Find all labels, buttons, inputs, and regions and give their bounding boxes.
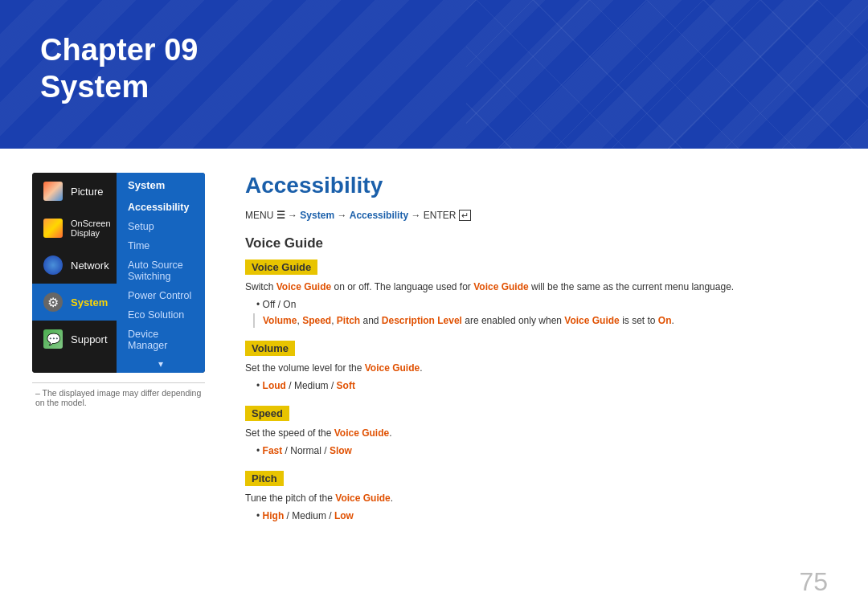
speed-badge: Speed (245, 406, 289, 421)
support-icon: 💬 (42, 328, 64, 350)
picture-icon (42, 180, 64, 202)
osd-icon (42, 217, 64, 239)
vg-note-on: On (658, 315, 672, 326)
vol-sep2: / (331, 380, 337, 391)
pitch-desc: Tune the pitch of the Voice Guide. (245, 491, 836, 505)
vg-note-pitch: Pitch (337, 315, 360, 326)
spd-slow: Slow (330, 445, 352, 456)
chapter-label: Chapter 09 (40, 32, 198, 69)
header-text: Chapter 09 System (40, 32, 198, 105)
pitch-options: High / Medium / Low (256, 509, 836, 523)
menu-path-system: System (300, 210, 334, 221)
submenu-item-time[interactable]: Time (117, 236, 205, 255)
system-icon: ⚙ (42, 291, 64, 313)
voice-guide-label: Voice Guide (245, 260, 836, 280)
submenu-item-accessibility[interactable]: Accessibility (117, 198, 205, 217)
sidebar-item-picture-label: Picture (71, 186, 103, 198)
volume-label: Volume (245, 341, 836, 361)
vol-medium: Medium (294, 380, 329, 391)
submenu-header: System (117, 173, 205, 198)
sidebar: Picture OnScreen Display Network (32, 173, 205, 536)
sidebar-left-col: Picture OnScreen Display Network (32, 173, 117, 373)
section-speed: Speed Set the speed of the Voice Guide. … (245, 406, 836, 458)
ptch-medium: Medium (292, 510, 326, 521)
sidebar-item-osd-label: OnScreen Display (71, 219, 111, 238)
footnote-area: – The displayed image may differ dependi… (32, 382, 205, 407)
speed-desc: Set the speed of the Voice Guide. (245, 426, 836, 440)
spd-normal: Normal (290, 445, 321, 456)
sidebar-item-picture[interactable]: Picture (32, 173, 117, 210)
vol-loud: Loud (263, 380, 286, 391)
pitch-badge: Pitch (245, 471, 284, 486)
submenu-item-autosource[interactable]: Auto Source Switching (117, 255, 205, 286)
spd-sep2: / (324, 445, 330, 456)
vg-note-volume: Volume (263, 315, 297, 326)
vg-note-desc: Description Level (382, 315, 462, 326)
menu-path-prefix: MENU (245, 210, 276, 221)
spd-vg-ref: Voice Guide (334, 427, 389, 439)
section-main-heading: Voice Guide (245, 235, 836, 251)
sidebar-item-system-label: System (71, 296, 108, 309)
vol-soft: Soft (337, 380, 355, 391)
section-volume: Volume Set the volume level for the Voic… (245, 341, 836, 393)
menu-path: MENU ☰ → System → Accessibility → ENTER … (245, 210, 836, 221)
menu-arrow2: → (337, 210, 349, 221)
sidebar-item-system[interactable]: ⚙ System (32, 284, 117, 321)
sidebar-item-network[interactable]: Network (32, 247, 117, 284)
sidebar-inner: Picture OnScreen Display Network (32, 173, 205, 373)
vol-sep1: / (289, 380, 294, 391)
ptch-sep2: / (329, 510, 334, 521)
section-voice-guide: Voice Guide Switch Voice Guide on or off… (245, 260, 836, 328)
volume-desc: Set the volume level for the Voice Guide… (245, 361, 836, 375)
vg-note: Volume, Speed, Pitch and Description Lev… (253, 313, 836, 328)
submenu-panel: System Accessibility Setup Time Auto Sou… (117, 173, 205, 373)
menu-arrow3: → ENTER (411, 210, 458, 221)
vg-note-speed: Speed (302, 315, 331, 326)
speed-options: Fast / Normal / Slow (256, 443, 836, 458)
vg-ref1: Voice Guide (276, 281, 331, 292)
network-icon (42, 254, 64, 276)
menu-path-accessibility: Accessibility (350, 210, 408, 221)
sidebar-item-network-label: Network (71, 260, 109, 272)
section-pitch: Pitch Tune the pitch of the Voice Guide.… (245, 471, 836, 523)
menu-arrow1: → (288, 210, 300, 221)
submenu-item-devicemgr[interactable]: Device Manager (117, 325, 205, 355)
main-content: Picture OnScreen Display Network (0, 157, 868, 552)
vg-bullet: Off / On (256, 297, 836, 312)
volume-badge: Volume (245, 341, 295, 356)
spd-fast: Fast (263, 445, 283, 456)
system-title-label: System (40, 69, 198, 106)
ptch-vg-ref: Voice Guide (335, 492, 390, 504)
submenu-item-setup[interactable]: Setup (117, 217, 205, 236)
page-heading: Accessibility (245, 173, 836, 198)
submenu-item-powercontrol[interactable]: Power Control (117, 286, 205, 305)
vg-ref2: Voice Guide (473, 281, 528, 292)
voice-guide-desc: Switch Voice Guide on or off. The langua… (245, 280, 836, 294)
page-number: 75 (799, 567, 828, 597)
vol-vg-ref: Voice Guide (365, 362, 420, 374)
header-banner: Chapter 09 System (0, 0, 868, 149)
vg-note-vg: Voice Guide (564, 315, 619, 326)
menu-icon: ☰ (276, 210, 285, 221)
sidebar-item-osd[interactable]: OnScreen Display (32, 210, 117, 247)
enter-icon: ↵ (459, 210, 471, 221)
chevron-down-icon: ▾ (117, 355, 205, 373)
sidebar-item-support-label: Support (71, 333, 108, 345)
speed-label: Speed (245, 406, 836, 426)
diamond-pattern (466, 0, 868, 149)
volume-options: Loud / Medium / Soft (256, 378, 836, 393)
sidebar-item-support[interactable]: 💬 Support (32, 321, 117, 358)
ptch-high: High (263, 510, 285, 521)
submenu-item-ecosolution[interactable]: Eco Solution (117, 305, 205, 325)
sidebar-panel: Picture OnScreen Display Network (32, 173, 205, 373)
ptch-low: Low (334, 510, 354, 521)
pitch-label: Pitch (245, 471, 836, 491)
footnote-text: – The displayed image may differ dependi… (35, 388, 205, 407)
voice-guide-badge: Voice Guide (245, 260, 317, 275)
content-area: Accessibility MENU ☰ → System → Accessib… (229, 173, 836, 536)
